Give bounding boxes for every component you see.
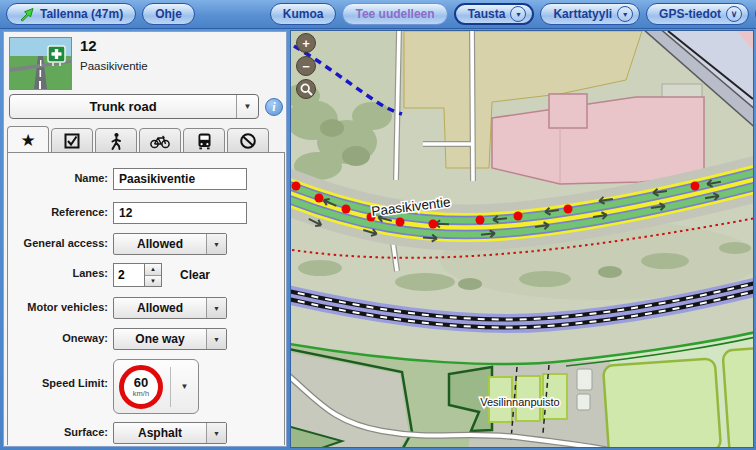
gps-menu-label: GPS-tiedot — [659, 7, 721, 21]
oneway-row: Oneway: One way ▼ — [8, 328, 286, 352]
spinner-up-icon[interactable]: ▲ — [145, 264, 161, 276]
save-button[interactable]: Tallenna (47m) — [6, 3, 136, 25]
dropdown-arrow-icon[interactable]: ▼ — [206, 329, 226, 349]
attribute-tabs: ★ — [7, 126, 285, 153]
speed-limit-sign: 60 km/h — [119, 365, 163, 409]
help-button-label: Ohje — [155, 7, 182, 21]
oneway-label: Oneway: — [8, 332, 108, 344]
sports-field — [603, 358, 721, 447]
save-button-label: Tallenna (47m) — [40, 7, 123, 21]
map-style-menu-button[interactable]: Karttatyyli ▼ — [540, 3, 640, 25]
favourites-pane: Name: Reference: General access: Allowed… — [7, 152, 285, 445]
name-label: Name: — [8, 172, 108, 184]
park-name-label: Vesilinnanpuisto — [480, 396, 560, 408]
star-icon: ★ — [20, 132, 35, 149]
speed-limit-unit: km/h — [133, 389, 149, 398]
reference-label: Reference: — [8, 206, 108, 218]
speed-limit-label: Speed Limit: — [8, 377, 108, 389]
surface-value: Asphalt — [114, 423, 206, 443]
trunk-road-illustration — [10, 38, 71, 89]
speed-limit-row: Speed Limit: 60 km/h ▼ — [8, 359, 286, 415]
undo-button[interactable]: Kumoa — [270, 3, 337, 25]
sports-field — [722, 348, 753, 447]
background-menu-label: Tausta — [468, 7, 506, 21]
map-canvas[interactable]: Paasikiventie — [290, 30, 754, 448]
road-type-thumbnail — [9, 37, 72, 90]
surface-select[interactable]: Asphalt ▼ — [113, 422, 227, 444]
oneway-select[interactable]: One way ▼ — [113, 328, 227, 350]
motor-vehicles-select[interactable]: Allowed ▼ — [113, 297, 227, 319]
surface-label: Surface: — [8, 426, 108, 438]
magnifier-icon — [300, 83, 313, 96]
properties-panel: 12 Paasikiventie Trunk road ▼ i ★ — [3, 31, 287, 447]
dropdown-arrow-icon[interactable]: ▼ — [236, 95, 258, 118]
zoom-in-button[interactable]: + — [296, 33, 316, 53]
tab-checklist[interactable] — [51, 128, 93, 153]
tab-bicycle[interactable] — [139, 128, 181, 153]
feature-ref: 12 — [80, 37, 97, 54]
checkbox-icon — [64, 133, 80, 149]
tab-restrictions[interactable] — [227, 128, 269, 153]
speed-limit-select[interactable]: 60 km/h ▼ — [113, 359, 199, 414]
general-access-row: General access: Allowed ▼ — [8, 233, 286, 257]
upload-arrow-icon — [19, 6, 35, 22]
redo-button-label: Tee uudelleen — [355, 7, 434, 21]
name-input[interactable] — [113, 168, 247, 190]
speed-limit-value: 60 — [134, 376, 148, 389]
pedestrian-icon — [107, 132, 125, 150]
background-menu-button[interactable]: Tausta ▼ — [454, 3, 535, 25]
road-type-value: Trunk road — [10, 95, 236, 118]
dropdown-arrow-icon[interactable]: ▼ — [510, 6, 526, 22]
tab-bus[interactable] — [183, 128, 225, 153]
lanes-spinner[interactable]: ▲ ▼ — [113, 263, 162, 287]
dropdown-arrow-icon[interactable]: ▼ — [617, 6, 633, 22]
map-rendering: Paasikiventie — [291, 31, 753, 447]
motor-vehicles-value: Allowed — [114, 298, 206, 318]
tab-pedestrian[interactable] — [95, 128, 137, 153]
general-access-select[interactable]: Allowed ▼ — [113, 233, 227, 255]
motor-vehicles-row: Motor vehicles: Allowed ▼ — [8, 297, 286, 321]
name-row: Name: — [8, 168, 286, 192]
general-access-value: Allowed — [114, 234, 206, 254]
road-type-select[interactable]: Trunk road ▼ — [9, 94, 259, 119]
main-toolbar: Tallenna (47m) Ohje Kumoa Tee uudelleen … — [0, 0, 756, 29]
undo-button-label: Kumoa — [283, 7, 324, 21]
no-entry-icon — [239, 132, 257, 150]
zoom-search-button[interactable] — [296, 79, 316, 99]
motor-vehicles-label: Motor vehicles: — [8, 301, 108, 313]
lanes-label: Lanes: — [8, 267, 108, 279]
surface-row: Surface: Asphalt ▼ — [8, 422, 286, 446]
dropdown-arrow-icon[interactable]: ▼ — [206, 234, 226, 254]
gps-menu-button[interactable]: GPS-tiedot ∨ — [646, 3, 749, 25]
reference-row: Reference: — [8, 202, 286, 226]
oneway-value: One way — [114, 329, 206, 349]
lanes-input[interactable] — [113, 263, 145, 287]
application-window: Tallenna (47m) Ohje Kumoa Tee uudelleen … — [0, 0, 756, 450]
zoom-out-button[interactable]: − — [296, 56, 316, 76]
general-access-label: General access: — [8, 237, 108, 249]
info-icon[interactable]: i — [265, 98, 283, 116]
redo-button[interactable]: Tee uudelleen — [342, 3, 447, 25]
spinner-down-icon[interactable]: ▼ — [145, 276, 161, 287]
feature-name: Paasikiventie — [80, 60, 148, 72]
dropdown-arrow-icon[interactable]: ▼ — [206, 298, 226, 318]
tab-favourites[interactable]: ★ — [7, 126, 49, 153]
bus-icon — [196, 132, 213, 150]
bicycle-icon — [150, 133, 170, 149]
dropdown-arrow-icon[interactable]: ▼ — [171, 382, 198, 391]
chevron-down-icon[interactable]: ∨ — [726, 6, 742, 22]
map-style-menu-label: Karttatyyli — [553, 7, 612, 21]
reference-input[interactable] — [113, 202, 247, 224]
lanes-clear-button[interactable]: Clear — [180, 268, 210, 282]
dropdown-arrow-icon[interactable]: ▼ — [206, 423, 226, 443]
lanes-row: Lanes: ▲ ▼ Clear — [8, 263, 286, 287]
help-button[interactable]: Ohje — [142, 3, 195, 25]
